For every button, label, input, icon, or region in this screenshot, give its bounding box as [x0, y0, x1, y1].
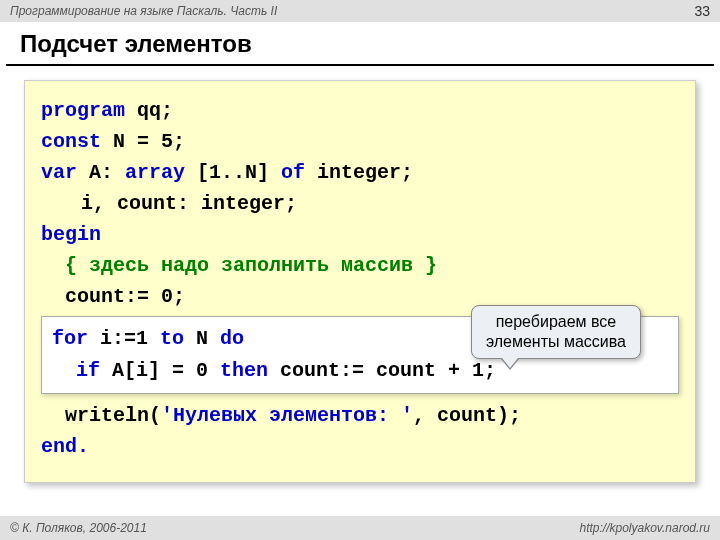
- slide-footer: © К. Поляков, 2006-2011 http://kpolyakov…: [0, 516, 720, 540]
- code-line: program qq;: [41, 95, 679, 126]
- page-number: 33: [694, 3, 710, 19]
- slide-header: Программирование на языке Паскаль. Часть…: [0, 0, 720, 22]
- course-name: Программирование на языке Паскаль. Часть…: [10, 4, 277, 18]
- code-comment: { здесь надо заполнить массив }: [41, 250, 679, 281]
- code-line: i, count: integer;: [41, 188, 679, 219]
- slide-title: Подсчет элементов: [6, 22, 714, 66]
- code-line: if A[i] = 0 then count:= count + 1;: [52, 355, 668, 387]
- code-line: end.: [41, 431, 679, 462]
- code-line: var A: array [1..N] of integer;: [41, 157, 679, 188]
- copyright: © К. Поляков, 2006-2011: [10, 521, 147, 535]
- code-line: const N = 5;: [41, 126, 679, 157]
- callout-bubble: перебираем все элементы массива: [471, 305, 641, 359]
- code-block: program qq; const N = 5; var A: array [1…: [24, 80, 696, 483]
- footer-url: http://kpolyakov.narod.ru: [579, 521, 710, 535]
- code-line: writeln('Нулевых элементов: ', count);: [41, 400, 679, 431]
- code-line: begin: [41, 219, 679, 250]
